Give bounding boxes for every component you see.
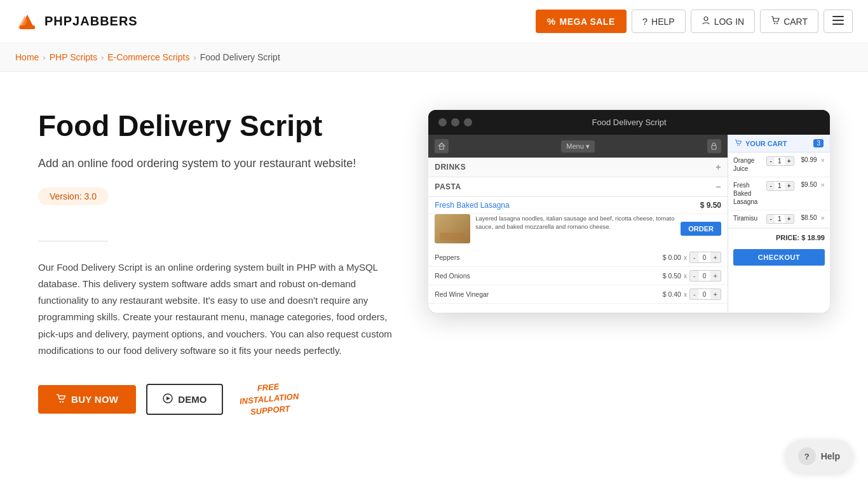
browser-titlebar: Food Delivery Script xyxy=(428,110,830,135)
addon-vinegar-name: Red Wine Vinegar xyxy=(435,290,489,298)
breadcrumb-current: Food Delivery Script xyxy=(200,52,280,62)
drinks-expand-icon: + xyxy=(715,162,721,172)
cart-item-2: Fresh Baked Lasagna - 1 + $9.50 × xyxy=(728,177,830,210)
peppers-qty-plus[interactable]: + xyxy=(710,252,721,262)
menu-category-drinks[interactable]: DRINKS + xyxy=(428,158,728,177)
logo[interactable]: PHPJABBERS xyxy=(15,10,138,34)
cart-item-1-remove[interactable]: × xyxy=(821,156,825,164)
menu-panel: Menu ▾ DRINKS + PASTA − xyxy=(428,135,728,313)
cart-count: 3 xyxy=(813,139,824,147)
breadcrumb-sep-1: › xyxy=(43,53,45,62)
cart-panel: YOUR CART 3 Orange Juice - 1 + $0.99 × xyxy=(728,135,830,313)
cart-item-2-name: Fresh Baked Lasagna xyxy=(733,181,764,206)
logo-text: PHPJABBERS xyxy=(44,14,138,29)
hamburger-button[interactable] xyxy=(824,10,853,33)
mega-sale-button[interactable]: % MEGA SALE xyxy=(536,10,627,33)
cart-item-3-minus[interactable]: - xyxy=(767,215,774,223)
browser-dot-yellow xyxy=(451,118,459,126)
order-button[interactable]: ORDER xyxy=(681,222,721,236)
menu-category-pasta[interactable]: PASTA − xyxy=(428,177,728,197)
addon-row-onions: Red Onions $ 0.50 x - 0 + xyxy=(428,267,728,285)
help-bubble[interactable]: ? Help xyxy=(785,440,853,455)
help-bubble-label: Help xyxy=(821,451,840,455)
play-icon xyxy=(163,393,173,405)
right-column: Food Delivery Script Menu ▾ xyxy=(428,110,830,313)
svg-rect-14 xyxy=(712,146,716,149)
percent-icon: % xyxy=(547,16,556,27)
featured-item-row: Fresh Baked Lasagna $ 9.50 xyxy=(428,197,728,214)
onions-qty-plus[interactable]: + xyxy=(710,271,721,281)
cart-item-2-plus[interactable]: + xyxy=(785,182,794,190)
svg-rect-2 xyxy=(20,25,35,29)
featured-item-description: Layered lasagna noodles, italian sausage… xyxy=(475,214,675,243)
browser-dots xyxy=(438,118,472,126)
pasta-label: PASTA xyxy=(435,182,461,191)
cart-item-2-remove[interactable]: × xyxy=(821,181,825,189)
addon-vinegar-x: x xyxy=(684,291,687,298)
cart-item-1-minus[interactable]: - xyxy=(767,157,774,165)
cart-buy-icon xyxy=(56,394,66,405)
cart-item-1-qty: - 1 + xyxy=(766,156,794,166)
breadcrumb-home[interactable]: Home xyxy=(15,52,39,62)
hamburger-icon xyxy=(832,16,844,27)
cart-label: CART xyxy=(783,17,808,27)
menu-dropdown-button[interactable]: Menu ▾ xyxy=(561,140,595,152)
cart-title: YOUR CART xyxy=(735,139,787,147)
vinegar-qty-plus[interactable]: + xyxy=(710,289,721,299)
cart-item-2-qty: - 1 + xyxy=(766,181,794,191)
hero-description: Our Food Delivery Script is an online or… xyxy=(38,259,403,360)
addon-vinegar-qty: - 0 + xyxy=(689,288,721,300)
version-badge: Version: 3.0 xyxy=(38,187,108,205)
cart-total: PRICE: $ 18.99 xyxy=(728,228,830,247)
breadcrumb-ecommerce[interactable]: E-Commerce Scripts xyxy=(107,52,189,62)
onions-qty-val: 0 xyxy=(699,271,710,281)
cart-item-3-name: Tiramisu xyxy=(733,214,764,222)
svg-point-3 xyxy=(704,17,708,21)
hero-subtitle: Add an online food ordering system to yo… xyxy=(38,155,403,172)
left-column: Food Delivery Script Add an online food … xyxy=(38,110,403,417)
addon-peppers-x: x xyxy=(684,254,687,261)
demo-button[interactable]: DEMO xyxy=(146,384,223,415)
cart-item-3-remove[interactable]: × xyxy=(821,214,825,222)
login-button[interactable]: LOG IN xyxy=(691,10,755,33)
user-icon xyxy=(702,16,710,27)
featured-item-name: Fresh Baked Lasagna xyxy=(435,201,509,210)
cart-icon-small xyxy=(735,139,742,147)
page-title: Food Delivery Script xyxy=(38,110,403,142)
browser-content: Menu ▾ DRINKS + PASTA − xyxy=(428,135,830,313)
cart-item-1: Orange Juice - 1 + $0.99 × xyxy=(728,152,830,177)
addon-row-vinegar: Red Wine Vinegar $ 0.40 x - 0 + xyxy=(428,285,728,304)
addon-onions-name: Red Onions xyxy=(435,272,470,280)
cart-item-1-plus[interactable]: + xyxy=(785,157,794,165)
onions-qty-minus[interactable]: - xyxy=(690,271,699,281)
login-label: LOG IN xyxy=(714,17,744,27)
vinegar-qty-minus[interactable]: - xyxy=(690,289,699,299)
cart-item-2-qty-val: 1 xyxy=(775,182,785,190)
help-button[interactable]: ? HELP xyxy=(632,10,686,33)
svg-point-15 xyxy=(737,145,738,146)
cart-item-2-minus[interactable]: - xyxy=(767,182,774,190)
peppers-qty-minus[interactable]: - xyxy=(690,252,699,262)
cart-button[interactable]: CART xyxy=(760,10,818,33)
cart-item-3-plus[interactable]: + xyxy=(785,215,794,223)
menu-lock-icon xyxy=(707,139,721,153)
addon-onions-controls: $ 0.50 x - 0 + xyxy=(663,270,721,281)
pasta-collapse-icon: − xyxy=(715,182,721,192)
header-nav: % MEGA SALE ? HELP LOG IN CART xyxy=(536,10,853,33)
cart-item-3-qty: - 1 + xyxy=(766,214,794,224)
addon-peppers-qty: - 0 + xyxy=(689,252,721,263)
breadcrumb-php-scripts[interactable]: PHP Scripts xyxy=(50,52,97,62)
browser-title: Food Delivery Script xyxy=(592,118,667,127)
peppers-qty-val: 0 xyxy=(699,253,710,262)
svg-point-10 xyxy=(62,401,64,402)
logo-icon xyxy=(15,10,39,34)
browser-dot-green xyxy=(464,118,472,126)
cart-title-label: YOUR CART xyxy=(745,140,787,147)
buy-now-button[interactable]: BUY NOW xyxy=(38,385,136,414)
menu-topbar: Menu ▾ xyxy=(428,135,728,158)
featured-item-image xyxy=(435,214,470,243)
vinegar-qty-val: 0 xyxy=(699,290,710,299)
addon-vinegar-price: $ 0.40 xyxy=(663,290,681,298)
addon-peppers-price: $ 0.00 xyxy=(663,254,681,261)
checkout-button[interactable]: CHECKOUT xyxy=(733,249,825,266)
